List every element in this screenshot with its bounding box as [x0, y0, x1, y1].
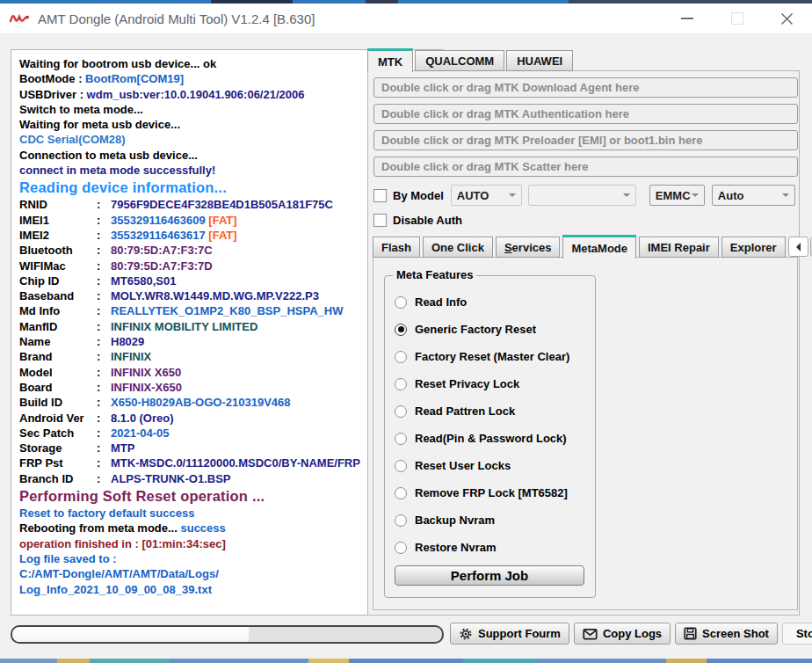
- app-window: AMT Dongle (Android Multi Tool) V1.2.4 […: [0, 0, 812, 663]
- mtk-scatter-field[interactable]: [373, 157, 798, 177]
- log-text: 80:79:5D:A7:F3:7D: [111, 259, 213, 273]
- log-text: 355329116463609: [111, 214, 208, 227]
- log-text: CDC Serial(COM28): [19, 133, 126, 146]
- log-text: Waiting for bootrom usb device... ok: [19, 57, 216, 70]
- reset-user-locks-radio[interactable]: [395, 460, 407, 472]
- radio-label: Reset Privacy Lock: [415, 377, 519, 390]
- screen-shot-button[interactable]: Screen Shot: [675, 623, 778, 645]
- log-colon: :: [97, 213, 111, 228]
- model-select-dropdown[interactable]: [528, 185, 636, 206]
- log-field-label: Android Ver: [19, 411, 97, 426]
- storage-type-dropdown[interactable]: EMMC: [649, 185, 705, 206]
- disable-auth-checkbox[interactable]: [373, 214, 387, 227]
- chevron-down-icon: [509, 193, 516, 200]
- copy-logs-button[interactable]: Copy Logs: [574, 623, 671, 645]
- backup-nvram-option[interactable]: Backup Nvram: [395, 506, 590, 534]
- tab-one-click[interactable]: One Click: [423, 237, 493, 258]
- progress-fill: [12, 627, 249, 642]
- tab-metamode[interactable]: MetaMode: [562, 235, 636, 259]
- radio-label: Factory Reset (Master Clear): [415, 350, 569, 363]
- restore-nvram-option[interactable]: Restore Nvram: [395, 534, 590, 561]
- function-tabs: FlashOne ClickServicesMetaModeIMEI Repai…: [373, 235, 798, 259]
- floppy-icon: [684, 627, 697, 640]
- chevron-down-icon: [623, 193, 630, 200]
- factory-reset-master-clear-radio[interactable]: [395, 351, 407, 363]
- log-text: 355329116463617: [111, 229, 208, 242]
- log-colon: :: [97, 411, 111, 426]
- read-pin-password-lock-option[interactable]: Read(Pin & Password Lock): [395, 425, 590, 452]
- remove-frp-lock-mt6582-radio[interactable]: [395, 487, 407, 499]
- log-field-label: WIFIMac: [19, 259, 97, 273]
- read-pattren-lock-option[interactable]: Read Pattren Lock: [395, 397, 590, 425]
- log-colon: :: [97, 349, 111, 364]
- mode-dropdown[interactable]: Auto: [712, 185, 795, 206]
- remove-frp-lock-mt6582-option[interactable]: Remove FRP Lock [MT6582]: [395, 479, 590, 506]
- generic-factory-reset-radio[interactable]: [395, 324, 407, 336]
- minimize-button[interactable]: [662, 4, 712, 33]
- tab-scroll-left-button[interactable]: [788, 237, 808, 257]
- tab-huawei[interactable]: HUAWEI: [506, 50, 573, 71]
- log-colon: :: [97, 426, 111, 441]
- generic-factory-reset-option[interactable]: Generic Factory Reset: [395, 316, 590, 343]
- restore-nvram-radio[interactable]: [395, 542, 407, 554]
- log-text: wdm_usb:ver:10.0.19041.906:06/21/2006: [87, 88, 305, 101]
- meta-features-options: Read InfoGeneric Factory ResetFactory Re…: [395, 288, 590, 561]
- tab-services[interactable]: Services: [496, 237, 561, 258]
- mtk-preloader-field[interactable]: [373, 130, 798, 150]
- log-text: Log file saved to :: [19, 552, 117, 565]
- tab-explorer[interactable]: Explorer: [721, 237, 786, 258]
- stop-button[interactable]: Stop: [782, 623, 812, 645]
- log-colon: :: [97, 441, 111, 455]
- reset-privacy-lock-option[interactable]: Reset Privacy Lock: [395, 370, 590, 397]
- model-dropdowns: AUTOEMMCAuto: [444, 185, 795, 206]
- log-text: operation finished in : [01:min:34:sec]: [19, 537, 226, 550]
- log-field-label: Md Info: [19, 303, 97, 318]
- perform-job-button[interactable]: Perform Job: [395, 565, 584, 586]
- factory-reset-master-clear-option[interactable]: Factory Reset (Master Clear): [395, 343, 590, 370]
- log-field-label: Sec Patch: [19, 426, 97, 441]
- backup-nvram-radio[interactable]: [395, 514, 407, 527]
- log-colon: :: [97, 471, 111, 486]
- read-pin-password-lock-radio[interactable]: [395, 433, 407, 445]
- tab-imei-repair[interactable]: IMEI Repair: [639, 237, 719, 258]
- reset-privacy-lock-radio[interactable]: [395, 378, 407, 390]
- log-text: Reading device information...: [19, 179, 227, 195]
- log-text: [FAT]: [208, 229, 236, 242]
- left-arrow-icon: [792, 243, 801, 251]
- by-model-row: By Model AUTOEMMCAuto: [373, 185, 798, 206]
- log-text: 8.1.0 (Oreo): [111, 412, 174, 425]
- tab-qualcomm[interactable]: QUALCOMM: [415, 50, 504, 71]
- read-info-option[interactable]: Read Info: [395, 288, 590, 316]
- mtk-download-agent-field[interactable]: [373, 77, 798, 98]
- log-colon: :: [97, 319, 111, 334]
- mtk-authentication-field[interactable]: [373, 104, 798, 124]
- radio-label: Read(Pin & Password Lock): [415, 432, 567, 445]
- tab-flash[interactable]: Flash: [373, 237, 420, 258]
- tab-mtk[interactable]: MTK: [367, 48, 413, 72]
- log-colon: :: [97, 395, 111, 410]
- read-info-radio[interactable]: [395, 296, 407, 309]
- log-field-label: Board: [19, 380, 97, 395]
- gear-icon: [459, 627, 473, 641]
- log-colon: :: [97, 380, 111, 395]
- log-field-label: Build ID: [19, 395, 97, 410]
- read-pattren-lock-radio[interactable]: [395, 405, 407, 418]
- log-text: Rebooting from meta mode...: [19, 521, 180, 535]
- maximize-button[interactable]: [712, 4, 762, 33]
- support-forum-button[interactable]: Support Fourm: [450, 623, 569, 645]
- reset-user-locks-option[interactable]: Reset User Locks: [395, 452, 590, 479]
- button-label: Stop: [796, 627, 812, 640]
- button-label: Support Fourm: [478, 627, 561, 640]
- log-field-label: IMEI1: [19, 213, 97, 228]
- button-label: Copy Logs: [603, 627, 662, 640]
- log-field-label: Bluetooth: [19, 243, 97, 258]
- log-colon: :: [97, 228, 111, 243]
- log-text: INFINIX MOBILITY LIMITED: [111, 320, 257, 333]
- log-text: 80:79:5D:A7:F3:7C: [111, 244, 213, 257]
- close-button[interactable]: [762, 4, 812, 33]
- log-text: 7956F9DECE4F328BE4D1B505A181F75C: [111, 198, 333, 211]
- by-model-checkbox[interactable]: [373, 189, 387, 202]
- log-text: REALLYTEK_O1MP2_K80_BSP_HSPA_HW: [111, 304, 343, 317]
- log-text: USBDriver :: [19, 88, 87, 101]
- by-model-auto-dropdown[interactable]: AUTO: [451, 185, 522, 206]
